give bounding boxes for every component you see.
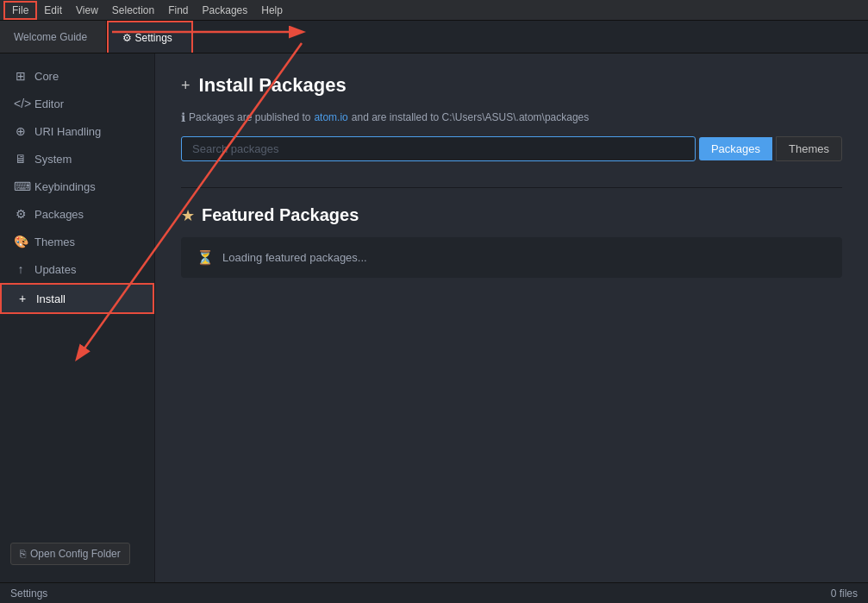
- editor-icon: </>: [14, 97, 28, 110]
- menu-help[interactable]: Help: [254, 3, 290, 18]
- section-divider: [181, 187, 842, 188]
- system-icon: 🖥: [14, 152, 28, 166]
- featured-section-title: Featured Packages: [202, 205, 359, 225]
- sidebar-label-packages: Packages: [34, 208, 84, 221]
- sidebar-label-themes: Themes: [34, 236, 75, 248]
- packages-icon: ⚙: [14, 207, 28, 221]
- sidebar-item-install[interactable]: + Install: [0, 283, 154, 314]
- sidebar-item-editor[interactable]: </> Editor: [0, 90, 154, 117]
- content-area: + Install Packages ℹ Packages are publis…: [155, 53, 868, 582]
- sidebar-item-core[interactable]: ⊞ Core: [0, 62, 154, 90]
- tab-welcome-guide[interactable]: Welcome Guide: [0, 21, 107, 53]
- tab-settings[interactable]: ⚙ Settings: [107, 21, 193, 53]
- sidebar-label-updates: Updates: [34, 263, 76, 276]
- tab-bar: Welcome Guide ⚙ Settings: [0, 21, 868, 53]
- updates-icon: ↑: [14, 262, 28, 276]
- atom-io-link[interactable]: atom.io: [314, 111, 347, 123]
- sidebar-label-install: Install: [36, 292, 66, 305]
- install-section-header: + Install Packages: [181, 74, 842, 97]
- install-info-row: ℹ Packages are published to atom.io and …: [181, 110, 842, 124]
- sidebar: ⊞ Core </> Editor ⊕ URI Handling 🖥 Syste…: [0, 53, 155, 582]
- sidebar-item-updates[interactable]: ↑ Updates: [0, 255, 154, 283]
- info-text: Packages are published to: [189, 111, 310, 123]
- info-icon: ℹ: [181, 110, 185, 124]
- sidebar-item-uri-handling[interactable]: ⊕ URI Handling: [0, 117, 154, 145]
- packages-button[interactable]: Packages: [699, 137, 772, 160]
- sidebar-item-system[interactable]: 🖥 System: [0, 145, 154, 173]
- sidebar-item-themes[interactable]: 🎨 Themes: [0, 228, 154, 255]
- sidebar-label-uri: URI Handling: [34, 125, 101, 138]
- status-left: Settings: [10, 587, 47, 600]
- main-layout: ⊞ Core </> Editor ⊕ URI Handling 🖥 Syste…: [0, 53, 868, 582]
- star-icon: ★: [181, 206, 195, 225]
- loading-icon: ⏳: [197, 249, 214, 266]
- menu-bar: File Edit View Selection Find Packages H…: [0, 0, 868, 21]
- install-section-title: Install Packages: [199, 74, 347, 97]
- keybindings-icon: ⌨: [14, 179, 28, 193]
- loading-box: ⏳ Loading featured packages...: [181, 237, 842, 278]
- menu-packages[interactable]: Packages: [196, 3, 255, 18]
- open-config-label: Open Config Folder: [30, 548, 121, 560]
- uri-icon: ⊕: [14, 124, 28, 138]
- install-icon: +: [16, 292, 29, 305]
- themes-icon: 🎨: [14, 235, 28, 248]
- menu-find[interactable]: Find: [161, 3, 195, 18]
- menu-view[interactable]: View: [69, 3, 105, 18]
- open-config-button[interactable]: ⎘ Open Config Folder: [10, 543, 130, 565]
- info-suffix: and are installed to C:\Users\ASUS\.atom…: [352, 111, 589, 123]
- sidebar-label-keybindings: Keybindings: [34, 180, 96, 193]
- open-config-icon: ⎘: [20, 548, 26, 560]
- sidebar-item-keybindings[interactable]: ⌨ Keybindings: [0, 173, 154, 200]
- status-right: 0 files: [831, 587, 858, 600]
- install-plus-icon: +: [181, 77, 190, 95]
- menu-file[interactable]: File: [3, 1, 37, 20]
- status-bar: Settings 0 files: [0, 582, 868, 603]
- featured-section-header: ★ Featured Packages: [181, 205, 842, 225]
- menu-edit[interactable]: Edit: [37, 3, 69, 18]
- sidebar-label-core: Core: [34, 70, 59, 83]
- loading-text: Loading featured packages...: [222, 251, 367, 264]
- search-row: Packages Themes: [181, 136, 842, 161]
- sidebar-bottom: ⎘ Open Config Folder: [0, 534, 154, 574]
- core-icon: ⊞: [14, 69, 28, 83]
- search-input[interactable]: [181, 136, 696, 161]
- themes-button[interactable]: Themes: [776, 136, 842, 161]
- sidebar-label-system: System: [34, 153, 72, 166]
- sidebar-item-packages[interactable]: ⚙ Packages: [0, 200, 154, 228]
- menu-selection[interactable]: Selection: [105, 3, 161, 18]
- sidebar-label-editor: Editor: [34, 97, 64, 110]
